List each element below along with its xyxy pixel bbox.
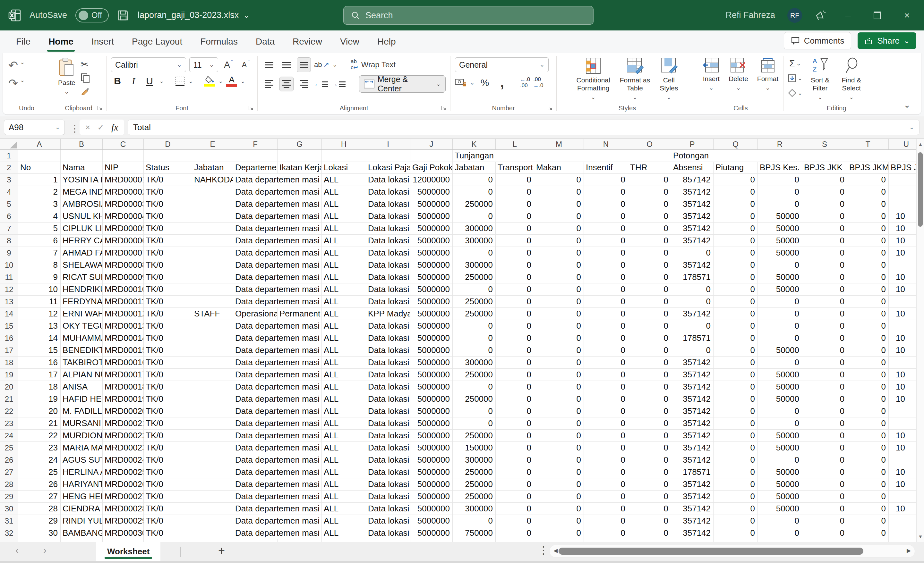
cell[interactable]: TK/0 [144,418,192,429]
cell[interactable]: Data lokasi [366,210,410,222]
cell[interactable]: 0 [714,198,758,210]
cell[interactable]: 14 [18,332,61,344]
file-name[interactable]: laporan_gaji_03-2023.xlsx [138,10,239,20]
cell[interactable]: TK/0 [144,320,192,332]
scroll-down-icon[interactable]: ▼ [916,534,924,539]
row-header-17[interactable]: 17 [0,344,18,356]
cell[interactable]: 0 [848,283,889,295]
cell[interactable]: HENDRIKUS [61,283,103,295]
cell[interactable] [144,539,192,542]
cell[interactable] [192,296,233,307]
cell[interactable]: 0 [848,356,889,368]
cell[interactable]: 28 [18,503,61,515]
avatar[interactable]: RF [788,8,802,23]
cell[interactable]: 0 [496,320,534,332]
tab-formulas[interactable]: Formulas [191,30,247,53]
cell[interactable]: MRD00016 [103,356,144,368]
cell[interactable]: 0 [534,418,584,429]
autosum-button[interactable]: Σ⌄ [788,57,802,70]
cell[interactable]: Data lokasi [366,186,410,198]
cell[interactable]: 0 [584,369,628,380]
cell[interactable] [192,332,233,344]
cell[interactable]: 357142 [671,393,714,405]
cell[interactable]: MRD00001 [103,174,144,186]
cell[interactable]: TK/0 [144,515,192,527]
cell[interactable]: MRD00025 [103,466,144,478]
tab-help[interactable]: Help [368,30,405,53]
cell[interactable]: 0 [496,271,534,283]
cell[interactable]: Data departemen masi [233,223,322,234]
cell[interactable]: 0 [758,174,802,186]
cell-header-jabatan[interactable]: Jabatan [192,162,233,174]
cell[interactable]: 0 [534,442,584,454]
cell[interactable]: 178571 [671,332,714,344]
cell[interactable] [103,539,144,542]
cell[interactable]: 13 [18,320,61,332]
cell[interactable]: 0 [584,247,628,259]
cell[interactable]: 0 [714,174,758,186]
comments-button[interactable]: Comments [784,32,851,49]
cell[interactable]: 0 [848,418,889,429]
cell[interactable]: 0 [848,393,889,405]
cell[interactable]: ALL [322,210,366,222]
cell[interactable]: 0 [628,320,671,332]
row-header-25[interactable]: 25 [0,442,18,454]
search-input[interactable]: Search [343,6,594,25]
cell[interactable]: TK/0 [144,344,192,356]
cell[interactable]: Data lokasi [366,320,410,332]
fill-button[interactable]: ⌄ [788,72,802,84]
cell[interactable]: 0 [802,515,848,527]
cell[interactable]: ALL [322,259,366,271]
cell[interactable]: 0 [496,418,534,429]
cell[interactable]: 19 [18,393,61,405]
cell[interactable] [192,491,233,502]
cell[interactable]: 0 [534,283,584,295]
select-all-corner[interactable] [0,139,18,150]
cell-potongan-group[interactable]: Potongan [671,150,924,162]
cell[interactable]: Data lokasi [366,454,410,466]
cell[interactable]: 21 [18,418,61,429]
cell[interactable]: TK/0 [144,259,192,271]
column-header-H[interactable]: H [322,139,366,150]
cell[interactable]: 17 [18,369,61,380]
cell[interactable]: 0 [714,466,758,478]
cell[interactable]: RICAT SURA [61,271,103,283]
cell[interactable]: ALL [322,186,366,198]
cell[interactable]: TK/0 [144,405,192,417]
cell[interactable]: 5000000 [410,405,453,417]
cell-header-departemen[interactable]: Departemen [233,162,278,174]
cell[interactable] [366,539,410,542]
cell[interactable]: 0 [584,186,628,198]
cell[interactable]: 0 [758,418,802,429]
format-painter-icon[interactable] [81,87,90,96]
cell[interactable] [192,454,233,466]
cell[interactable]: Data departemen masi [233,356,322,368]
cell[interactable]: 0 [584,466,628,478]
cell[interactable] [61,539,103,542]
cell[interactable]: 0 [534,393,584,405]
cell[interactable]: 0 [496,442,534,454]
copy-icon[interactable] [81,73,90,83]
cell[interactable]: Data departemen masi [233,210,322,222]
cell[interactable]: Data departemen masi [233,478,322,490]
cell[interactable] [534,539,584,542]
cell[interactable]: 26 [18,478,61,490]
cell[interactable]: 0 [496,174,534,186]
row-header-2[interactable]: 2 [0,162,18,174]
cell[interactable]: 0 [714,418,758,429]
column-header-N[interactable]: N [584,139,628,150]
cell[interactable]: 0 [628,247,671,259]
tab-data[interactable]: Data [247,30,284,53]
cell[interactable]: Data departemen masi [233,369,322,380]
cell[interactable]: 0 [802,454,848,466]
cell[interactable]: Data lokasi [366,381,410,393]
cell-header-bpjs-jkk[interactable]: BPJS JKK [802,162,848,174]
cell[interactable] [366,150,410,162]
cell[interactable]: 0 [453,283,496,295]
cell[interactable]: 5000000 [410,235,453,247]
cell[interactable]: 50000 [758,430,802,442]
cell[interactable]: ANISA [61,381,103,393]
cell[interactable]: TK/0 [144,235,192,247]
cell[interactable]: ALL [322,466,366,478]
cell[interactable]: 300000 [453,223,496,234]
